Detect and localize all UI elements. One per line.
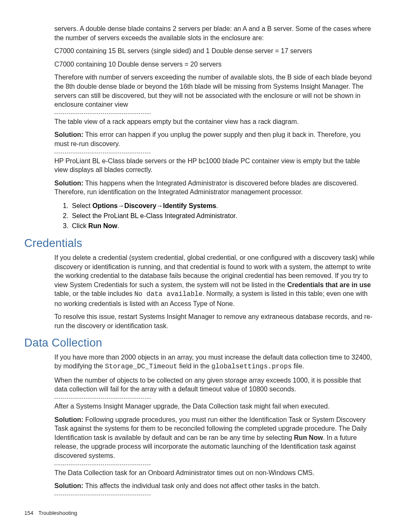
solution-label: Solution: bbox=[54, 180, 83, 187]
list-item: Click Run Now. bbox=[70, 221, 375, 231]
inline-code: globalsettings.props bbox=[212, 363, 292, 370]
ordered-steps: Select Options→Discovery→Identify System… bbox=[54, 201, 375, 231]
footer-title: Troubleshooting bbox=[38, 510, 77, 516]
inline-code: Storage_DC_Timeout bbox=[105, 363, 177, 370]
solution-paragraph: Solution: This happens when the Integrat… bbox=[54, 179, 375, 197]
arrow-icon: → bbox=[156, 202, 163, 209]
text: This happens when the Integrated Adminis… bbox=[54, 180, 358, 196]
page-number: 154 bbox=[24, 510, 33, 516]
text: . bbox=[117, 222, 119, 229]
paragraph: C7000 containing 15 BL servers (single s… bbox=[54, 46, 375, 56]
section-divider bbox=[54, 398, 151, 398]
section-divider bbox=[54, 113, 151, 114]
section-divider bbox=[54, 465, 151, 465]
solution-paragraph: Solution: This error can happen if you u… bbox=[54, 130, 375, 148]
list-item: Select the ProLiant BL e-Class Integrate… bbox=[70, 211, 375, 221]
solution-paragraph: Solution: This affects the individual ta… bbox=[54, 481, 375, 491]
heading-data-collection: Data Collection bbox=[24, 337, 375, 350]
paragraph: The Data Collection task for an Onboard … bbox=[54, 468, 375, 478]
text: . bbox=[216, 202, 218, 209]
text: table, or the table includes bbox=[54, 290, 134, 297]
inline-bold: Credentials that are in use bbox=[287, 281, 371, 288]
document-page: servers. A double dense blade contains 2… bbox=[0, 0, 399, 532]
menu-path-options: Options bbox=[92, 202, 118, 209]
page-footer: 154Troubleshooting bbox=[24, 510, 77, 516]
paragraph: If you have more than 2000 objects in an… bbox=[54, 353, 375, 372]
section-divider bbox=[54, 153, 151, 153]
paragraph: To resolve this issue, restart Systems I… bbox=[54, 312, 375, 330]
paragraph: C7000 containing 10 Double dense servers… bbox=[54, 60, 375, 69]
text: Select bbox=[72, 202, 92, 209]
solution-paragraph: Solution: Following upgrade procedures, … bbox=[54, 415, 375, 460]
solution-label: Solution: bbox=[54, 416, 83, 423]
menu-path-discovery: Discovery bbox=[124, 202, 156, 209]
list-item: Select Options→Discovery→Identify System… bbox=[70, 201, 375, 211]
paragraph: Therefore with number of servers exceedi… bbox=[54, 73, 375, 109]
paragraph: If you delete a credential (system crede… bbox=[54, 253, 375, 308]
inline-code: No data available bbox=[134, 290, 202, 298]
text: Click bbox=[72, 222, 88, 229]
paragraph: servers. A double dense blade contains 2… bbox=[54, 24, 375, 42]
paragraph: When the number of objects to be collect… bbox=[54, 376, 375, 394]
run-now-label: Run Now bbox=[88, 222, 117, 229]
arrow-icon: → bbox=[118, 202, 124, 209]
section-divider bbox=[54, 495, 151, 495]
paragraph: HP ProLiant BL e-Class blade servers or … bbox=[54, 157, 375, 175]
text: field in the bbox=[177, 362, 212, 370]
text: This error can happen if you unplug the … bbox=[54, 131, 361, 147]
text: file. bbox=[292, 362, 304, 370]
solution-label: Solution: bbox=[54, 131, 83, 138]
menu-path-identify: Identify Systems bbox=[163, 202, 216, 209]
paragraph: The table view of a rack appears empty b… bbox=[54, 117, 375, 126]
text: This affects the individual task only an… bbox=[83, 482, 320, 489]
heading-credentials: Credentials bbox=[24, 237, 375, 250]
paragraph: After a Systems Insight Manager upgrade,… bbox=[54, 402, 375, 411]
run-now-label: Run Now bbox=[294, 434, 323, 441]
solution-label: Solution: bbox=[54, 482, 83, 489]
